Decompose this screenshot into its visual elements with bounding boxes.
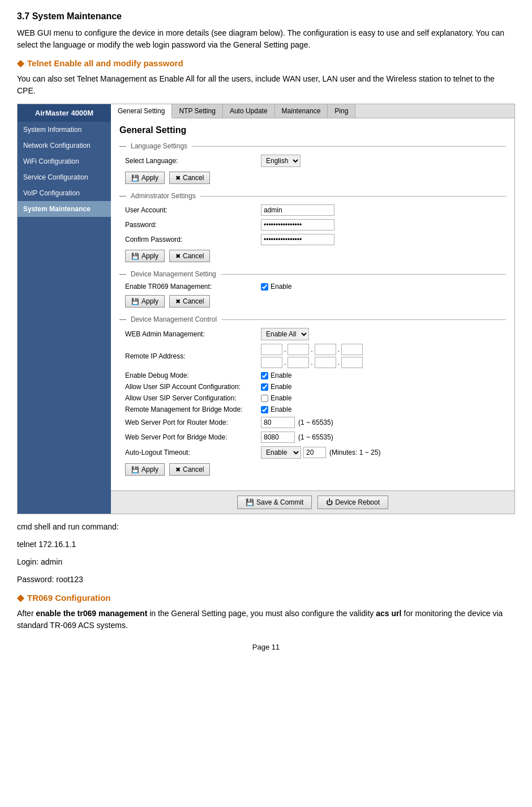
page-title: General Setting [119, 125, 506, 135]
cancel-icon: ✖ [175, 174, 181, 182]
remote-bridge-checkbox[interactable] [261, 406, 268, 413]
debug-checkbox[interactable] [261, 372, 268, 379]
sip-account-row: Allow User SIP Account Configuration: En… [119, 383, 506, 391]
device-control-cancel-button[interactable]: ✖ Cancel [169, 463, 210, 476]
language-section-divider [192, 146, 506, 147]
sidebar-item-wifi-config[interactable]: WiFi Configuration [18, 153, 111, 169]
ip1-oct2[interactable] [288, 344, 309, 355]
auto-logout-input[interactable] [303, 447, 326, 458]
sidebar-item-network-config[interactable]: Network Configuration [18, 138, 111, 153]
tab-ntp-setting[interactable]: NTP Setting [172, 104, 222, 118]
confirm-password-input[interactable] [261, 234, 334, 245]
web-router-input[interactable] [261, 417, 295, 428]
sidebar-item-system-maintenance[interactable]: System Maintenance [18, 201, 111, 217]
tab-auto-update[interactable]: Auto Update [223, 104, 275, 118]
auto-logout-range: (Minutes: 1 ~ 25) [329, 449, 380, 456]
remote-bridge-text: Enable [271, 405, 291, 413]
section3-prefix: After [17, 609, 36, 618]
tr069-checkbox[interactable] [261, 283, 268, 291]
login-line: Login: admin [17, 556, 515, 568]
language-cancel-button[interactable]: ✖ Cancel [169, 172, 210, 184]
sidebar-brand: AirMaster 4000M [18, 104, 111, 122]
dot5: . [311, 358, 312, 366]
confirm-password-label: Confirm Password: [125, 236, 261, 244]
sidebar-item-system-info[interactable]: System Information [18, 122, 111, 138]
ip2-oct2[interactable] [288, 357, 309, 368]
auto-logout-select[interactable]: Enable Disable [261, 446, 301, 459]
device-control-divider [221, 319, 506, 320]
apply-icon: 💾 [131, 466, 139, 473]
device-mgmt-cancel-button[interactable]: ✖ Cancel [169, 295, 210, 308]
section-heading: 3.7 System Maintenance [17, 11, 515, 22]
device-mgmt-section: Device Management Setting Enable TR069 M… [119, 270, 506, 308]
apply-icon: 💾 [131, 174, 139, 182]
admin-section-header: Adminstrator Settings [119, 192, 506, 200]
sip-account-checkbox[interactable] [261, 383, 268, 391]
language-apply-button[interactable]: 💾 Apply [125, 172, 165, 184]
ip1-oct1[interactable] [261, 344, 282, 355]
section1-heading: ◆ Telnet Enable all and modify password [17, 58, 515, 69]
language-row: Select Language: English [119, 155, 506, 167]
debug-label: Enable Debug Mode: [125, 372, 261, 379]
user-account-input[interactable] [261, 204, 334, 216]
confirm-password-row: Confirm Password: [119, 234, 506, 245]
ui-panel: AirMaster 4000M System Information Netwo… [17, 104, 515, 514]
diamond-icon2: ◆ [17, 592, 24, 603]
power-icon: ⏻ [326, 498, 333, 506]
cancel-icon: ✖ [175, 253, 181, 260]
password-line: Password: root123 [17, 574, 515, 586]
web-bridge-label: Web Server Port for Bridge Mode: [125, 433, 261, 441]
web-router-row: Web Server Port for Router Mode: (1 ~ 65… [119, 417, 506, 428]
auto-logout-label: Auto-Logout Timeout: [125, 449, 261, 456]
tr069-label: Enable TR069 Management: [125, 283, 261, 291]
device-control-section-header: Device Management Control [119, 315, 506, 323]
language-buttons: 💾 Apply ✖ Cancel [119, 172, 506, 184]
intro-paragraph: WEB GUI menu to configure the device in … [17, 27, 515, 51]
web-admin-select[interactable]: Enable All Disable [261, 328, 309, 340]
device-control-apply-button[interactable]: 💾 Apply [125, 463, 165, 476]
dot4: . [284, 358, 286, 366]
web-bridge-row: Web Server Port for Bridge Mode: (1 ~ 65… [119, 432, 506, 443]
debug-text: Enable [271, 372, 291, 379]
device-mgmt-section-header: Device Management Setting [119, 270, 506, 278]
admin-apply-button[interactable]: 💾 Apply [125, 250, 165, 262]
sidebar-item-voip-config[interactable]: VoIP Configuration [18, 185, 111, 201]
ip2-oct3[interactable] [315, 357, 336, 368]
device-reboot-button[interactable]: ⏻ Device Reboot [318, 496, 388, 509]
admin-cancel-button[interactable]: ✖ Cancel [169, 250, 210, 262]
password-input[interactable] [261, 219, 334, 230]
sip-server-checkbox[interactable] [261, 395, 268, 402]
web-bridge-input[interactable] [261, 432, 295, 443]
tr069-row: Enable TR069 Management: Enable [119, 283, 506, 291]
main-content: General Setting NTP Setting Auto Update … [111, 104, 514, 514]
device-control-section: Device Management Control WEB Admin Mana… [119, 315, 506, 476]
save-commit-button[interactable]: 💾 Save & Commit [237, 496, 312, 509]
section3-bold1: enable the tr069 management [36, 609, 147, 618]
sidebar-item-service-config[interactable]: Service Configuration [18, 169, 111, 185]
tab-general-setting[interactable]: General Setting [111, 104, 172, 118]
bottom-bar: 💾 Save & Commit ⏻ Device Reboot [111, 490, 514, 514]
language-label: Select Language: [125, 157, 261, 165]
sip-account-label: Allow User SIP Account Configuration: [125, 383, 261, 391]
tab-maintenance[interactable]: Maintenance [275, 104, 328, 118]
ip1-oct4[interactable] [341, 344, 363, 355]
debug-checkbox-group: Enable [261, 372, 291, 379]
sip-server-text: Enable [271, 394, 291, 402]
ip2-oct1[interactable] [261, 357, 282, 368]
tab-ping[interactable]: Ping [328, 104, 355, 118]
ip-row1: . . . [261, 344, 363, 355]
remote-ip-row: Remote IP Address: . . . [119, 344, 506, 368]
dot3: . [338, 345, 340, 353]
ip2-oct4[interactable] [341, 357, 363, 368]
device-control-buttons: 💾 Apply ✖ Cancel [119, 463, 506, 476]
web-admin-label: WEB Admin Management: [125, 330, 261, 338]
language-select[interactable]: English [261, 155, 301, 167]
page-number: Page 11 [17, 643, 515, 651]
ip1-oct3[interactable] [315, 344, 336, 355]
web-admin-row: WEB Admin Management: Enable All Disable [119, 328, 506, 340]
device-mgmt-apply-button[interactable]: 💾 Apply [125, 295, 165, 308]
device-mgmt-buttons: 💾 Apply ✖ Cancel [119, 295, 506, 308]
ip-row2: . . . [261, 357, 363, 368]
debug-row: Enable Debug Mode: Enable [119, 372, 506, 379]
section3-paragraph: After enable the tr069 management in the… [17, 608, 515, 631]
